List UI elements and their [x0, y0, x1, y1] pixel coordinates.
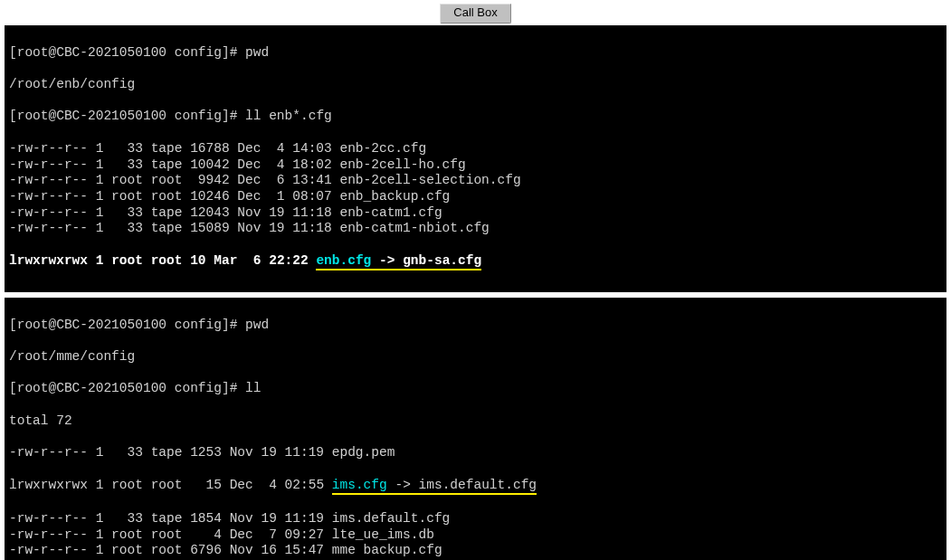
pwd-output: /root/enb/config	[9, 77, 942, 93]
file-row: -rw-r--r-- 1 root root 6796 Nov 16 15:47…	[9, 543, 942, 559]
file-row: -rw-r--r-- 1 33 tape 10042 Dec 4 18:02 e…	[9, 157, 942, 174]
file-row: -rw-r--r-- 1 33 tape 12043 Nov 19 11:18 …	[9, 205, 942, 222]
total-line: total 72	[9, 413, 942, 430]
file-row: -rw-r--r-- 1 33 tape 1854 Nov 19 11:19 i…	[9, 511, 942, 527]
file-row: -rw-r--r-- 1 root root 4 Dec 7 09:27 lte…	[9, 527, 942, 544]
tab-bar: Call Box	[4, 4, 947, 24]
file-row: -rw-r--r-- 1 33 tape 1253 Nov 19 11:19 e…	[9, 445, 942, 461]
file-row: -rw-r--r-- 1 33 tape 15089 Nov 19 11:18 …	[9, 221, 942, 237]
terminal-panel-enb[interactable]: [root@CBC-2021050100 config]# pwd /root/…	[5, 25, 946, 292]
prompt-line: [root@CBC-2021050100 config]# pwd	[9, 45, 942, 62]
pwd-output: /root/mme/config	[9, 349, 942, 365]
file-row: -rw-r--r-- 1 root root 9942 Dec 6 13:41 …	[9, 173, 942, 189]
symlink-row: lrwxrwxrwx 1 root root 15 Dec 4 02:55 im…	[9, 478, 942, 496]
terminal-panel-mme[interactable]: [root@CBC-2021050100 config]# pwd /root/…	[5, 298, 946, 560]
prompt-line: [root@CBC-2021050100 config]# ll	[9, 381, 942, 397]
symlink-row: lrwxrwxrwx 1 root root 10 Mar 6 22:22 en…	[9, 253, 942, 271]
tab-callbox[interactable]: Call Box	[440, 4, 510, 24]
file-row: -rw-r--r-- 1 33 tape 16788 Dec 4 14:03 e…	[9, 141, 942, 157]
prompt-line: [root@CBC-2021050100 config]# pwd	[9, 318, 942, 334]
file-row: -rw-r--r-- 1 root root 10246 Dec 1 08:07…	[9, 189, 942, 205]
prompt-line: [root@CBC-2021050100 config]# ll enb*.cf…	[9, 109, 942, 125]
